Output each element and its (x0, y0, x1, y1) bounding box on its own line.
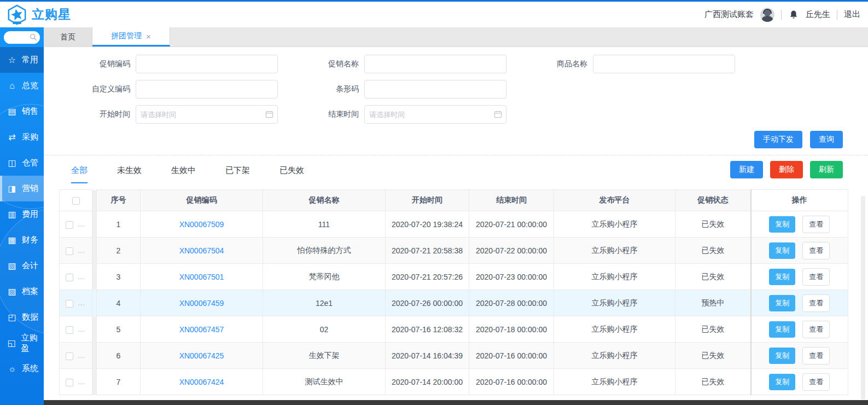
product-name-input[interactable] (593, 55, 735, 73)
promo-code-link[interactable]: XN00067509 (179, 220, 224, 229)
filter-form: 促销编码 促销名称 商品名称 自定义编码 条形码 (44, 47, 868, 155)
status-tab-not-effective[interactable]: 未生效 (117, 165, 142, 183)
sidebar-item-feiyong[interactable]: ▥ 费用 (0, 201, 44, 227)
bell-icon[interactable] (788, 9, 799, 20)
view-button[interactable]: 查看 (802, 294, 830, 312)
copy-button[interactable]: 复制 (769, 216, 795, 233)
user-name[interactable]: 丘先生 (806, 9, 830, 20)
sidebar-item-shuju[interactable]: ◰ 数据 (0, 304, 44, 330)
status-badge: 预热中 (675, 290, 751, 316)
custom-code-input[interactable] (136, 80, 278, 99)
sidebar: ☆ 常用 ⌂ 总览 ▤ 销售 ⇄ 采购 ◫ 仓管 ◨ 营销 (0, 27, 44, 405)
col-promo-name: 促销名称 (263, 190, 386, 211)
refresh-button[interactable]: 刷新 (810, 161, 843, 178)
support-avatar-icon[interactable] (760, 8, 774, 22)
promo-code-label: 促销编码 (48, 59, 136, 69)
row-checkbox[interactable] (66, 379, 73, 386)
sidebar-item-xiaoshou[interactable]: ▤ 销售 (0, 99, 44, 124)
start-time-input[interactable] (136, 105, 278, 124)
table-header-row: 序号 促销编码 促销名称 开始时间 结束时间 发布平台 促销状态 操作 (60, 190, 848, 211)
promo-code-link[interactable]: XN00067504 (179, 246, 224, 255)
view-button[interactable]: 查看 (802, 373, 830, 391)
calendar-icon[interactable] (265, 110, 273, 118)
status-badge: 已失效 (675, 264, 751, 290)
status-tab-effective[interactable]: 生效中 (171, 165, 196, 183)
start-time-label: 开始时间 (48, 109, 136, 119)
promo-code-link[interactable]: XN00067424 (179, 378, 224, 386)
sidebar-item-caiwu[interactable]: ▦ 财务 (0, 227, 44, 253)
manual-send-button[interactable]: 手动下发 (754, 131, 802, 148)
copy-button[interactable]: 复制 (769, 269, 795, 285)
tab-pintuan-guanli[interactable]: 拼团管理 × (92, 27, 170, 47)
logout-button[interactable]: 退出 (844, 9, 860, 20)
copy-button[interactable]: 复制 (769, 321, 795, 338)
close-tab-icon[interactable]: × (146, 32, 151, 41)
sidebar-item-xitong[interactable]: ☼ 系统 (0, 356, 44, 381)
query-button[interactable]: 查询 (810, 131, 843, 148)
sidebar-item-cangguan[interactable]: ◫ 仓管 (0, 150, 44, 176)
row-checkbox[interactable] (66, 274, 73, 281)
view-button[interactable]: 查看 (802, 347, 830, 364)
sidebar-item-dangan[interactable]: ▨ 档案 (0, 279, 44, 304)
sidebar-item-kuaiji[interactable]: ▧ 会计 (0, 253, 44, 279)
star-icon: ☆ (7, 55, 17, 65)
copy-button[interactable]: 复制 (769, 295, 795, 311)
marketing-icon: ◨ (7, 183, 17, 194)
row-checkbox[interactable] (66, 221, 73, 229)
status-tab-all[interactable]: 全部 (71, 165, 88, 183)
promo-code-link[interactable]: XN00067457 (179, 325, 224, 334)
sales-icon: ▤ (7, 106, 17, 117)
app-logo[interactable]: 立购星 (7, 4, 71, 25)
view-button[interactable]: 查看 (802, 321, 830, 338)
barcode-input[interactable] (364, 80, 506, 99)
end-time-input[interactable] (364, 105, 506, 124)
promo-code-link[interactable]: XN00067501 (179, 273, 224, 281)
sidebar-item-caigou[interactable]: ⇄ 采购 (0, 124, 44, 150)
accounting-icon: ▧ (7, 261, 17, 271)
status-tab-off-shelf[interactable]: 已下架 (225, 165, 250, 183)
copy-button[interactable]: 复制 (769, 242, 795, 259)
sidebar-item-changyong[interactable]: ☆ 常用 (0, 47, 44, 73)
copy-button[interactable]: 复制 (769, 348, 795, 364)
calendar-icon[interactable] (494, 110, 502, 118)
sidebar-item-ligouying[interactable]: ◱ 立购盈 (0, 330, 44, 356)
col-platform: 发布平台 (554, 190, 675, 211)
promo-code-input[interactable] (136, 55, 278, 73)
divider (837, 10, 837, 20)
view-button[interactable]: 查看 (802, 216, 830, 233)
table-scrollbar[interactable] (861, 196, 865, 400)
promo-code-link[interactable]: XN00067459 (179, 299, 224, 308)
status-badge: 已失效 (675, 316, 751, 343)
tab-home[interactable]: 首页 (44, 27, 92, 47)
delete-button[interactable]: 删除 (770, 161, 803, 178)
table-row: … 5 XN00067457 02 2020-07-16 12:08:32 20… (60, 316, 848, 343)
promotions-table: 序号 促销编码 促销名称 开始时间 结束时间 发布平台 促销状态 操作 … (59, 189, 848, 395)
table-row: … 7 XN00067424 测试生效中 2020-07-14 20:00:00… (60, 369, 848, 395)
barcode-label: 条形码 (277, 84, 364, 94)
product-name-label: 商品名称 (505, 59, 593, 69)
promo-name-input[interactable] (364, 55, 506, 73)
row-checkbox[interactable] (66, 352, 73, 360)
select-all-checkbox[interactable] (72, 197, 80, 205)
row-checkbox[interactable] (66, 247, 73, 255)
copy-button[interactable]: 复制 (769, 374, 795, 390)
new-button[interactable]: 新建 (730, 161, 763, 178)
row-checkbox[interactable] (66, 326, 73, 334)
sidebar-search-input[interactable] (4, 31, 40, 44)
status-badge: 已失效 (675, 211, 751, 238)
sidebar-item-zonglan[interactable]: ⌂ 总览 (0, 73, 44, 99)
purchase-icon: ⇄ (7, 132, 17, 142)
promo-code-link[interactable]: XN00067425 (179, 351, 224, 360)
status-tab-expired[interactable]: 已失效 (279, 165, 304, 183)
view-button[interactable]: 查看 (802, 268, 830, 286)
row-checkbox[interactable] (66, 300, 73, 308)
logo-hexagon-icon (7, 4, 27, 25)
status-badge: 已失效 (675, 238, 751, 264)
table-row: … 6 XN00067425 生效下架 2020-07-14 16:04:39 … (60, 343, 848, 369)
table-row: … 3 XN00067501 梵蒂冈他 2020-07-21 20:57:26 … (60, 264, 848, 290)
sidebar-item-yingxiao[interactable]: ◨ 营销 (0, 176, 44, 201)
table-row: … 2 XN00067504 怕你特殊的方式 2020-07-21 20:58:… (60, 238, 848, 264)
view-button[interactable]: 查看 (802, 242, 830, 259)
promo-name-label: 促销名称 (277, 59, 364, 69)
bottom-edge-strip (44, 400, 868, 405)
